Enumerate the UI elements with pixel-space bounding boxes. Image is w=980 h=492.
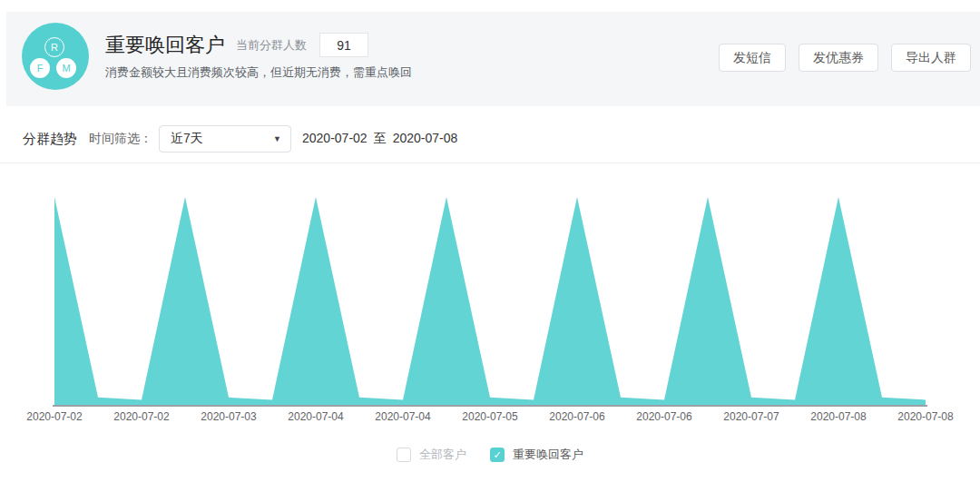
x-axis-label: 2020-07-05 [462,410,517,423]
trend-filter-row: 分群趋势 时间筛选： 近7天 ▼ 2020-07-02 至 2020-07-08 [23,125,980,153]
x-axis-label: 2020-07-06 [636,410,691,423]
x-axis-label: 2020-07-07 [723,410,779,423]
date-separator: 至 [374,131,387,147]
x-axis-label: 2020-07-02 [26,410,82,423]
legend-item-recall-customers[interactable]: ✓重要唤回客户 [490,447,583,463]
section-divider [0,162,980,163]
date-range: 2020-07-02 至 2020-07-08 [302,131,457,147]
time-filter-select[interactable]: 近7天 ▼ [159,125,291,153]
trend-chart: 2020-07-022020-07-022020-07-032020-07-04… [0,172,980,430]
caret-down-icon: ▼ [273,134,281,143]
date-start: 2020-07-02 [302,131,368,147]
x-axis-label: 2020-07-04 [288,410,343,423]
x-axis-label: 2020-07-06 [549,410,604,423]
trend-area-series [54,197,926,407]
date-end: 2020-07-08 [393,131,458,147]
segment-count-label: 当前分群人数 [236,37,307,54]
time-filter-value: 近7天 [171,131,203,147]
x-axis-label: 2020-07-04 [375,410,430,423]
segment-avatar-rfm: R F M [22,23,89,90]
x-axis-label: 2020-07-08 [897,410,953,423]
legend-label-all-customers: 全部客户 [419,447,466,463]
x-axis-label: 2020-07-02 [113,410,169,423]
legend-item-all-customers[interactable]: 全部客户 [397,447,466,463]
legend-label-recall-customers: 重要唤回客户 [513,447,583,463]
segment-count-input[interactable]: 91 [319,33,368,57]
section-title-trend: 分群趋势 [23,131,77,148]
legend-checkbox-recall-customers[interactable]: ✓ [490,448,505,462]
segment-info: 重要唤回客户 当前分群人数 91 消费金额较大且消费频次较高，但近期无消费，需重… [105,33,412,81]
avatar-letter-f: F [30,58,50,78]
page-title: 重要唤回客户 [105,34,225,57]
x-axis-label: 2020-07-08 [810,410,866,423]
export-audience-button[interactable]: 导出人群 [891,44,971,72]
header-actions: 发短信发优惠券导出人群 [719,44,971,72]
segment-header: R F M 重要唤回客户 当前分群人数 91 消费金额较大且消费频次较高，但近期… [6,12,980,106]
avatar-letter-m: M [56,58,76,78]
check-icon: ✓ [493,450,501,460]
segment-description: 消费金额较大且消费频次较高，但近期无消费，需重点唤回 [105,64,412,81]
avatar-letter-r: R [44,37,64,57]
x-axis-label: 2020-07-03 [201,410,256,423]
time-filter-label: 时间筛选： [89,131,152,147]
x-axis-line [53,405,927,407]
legend-checkbox-all-customers[interactable] [397,448,411,462]
trend-chart-canvas [0,172,980,410]
send-coupon-button[interactable]: 发优惠券 [799,44,878,72]
send-sms-button[interactable]: 发短信 [719,44,786,72]
chart-legend: 全部客户✓重要唤回客户 [0,447,980,463]
